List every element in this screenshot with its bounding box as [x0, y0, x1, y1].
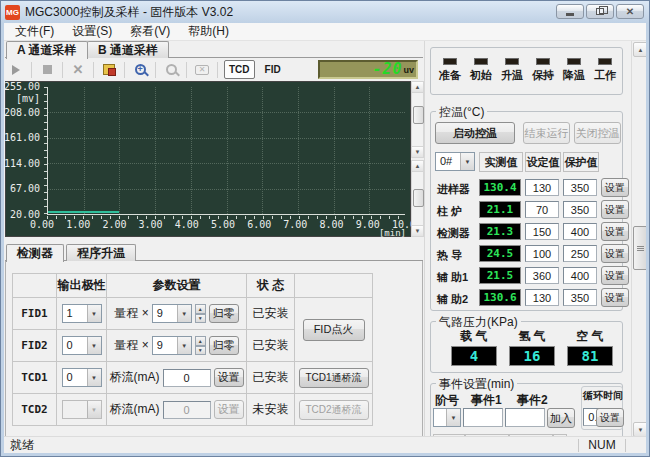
fid1-range-combo[interactable]: 9▼: [152, 304, 192, 323]
menu-view[interactable]: 察看(V): [121, 22, 179, 41]
injector-set-input[interactable]: 130: [525, 179, 559, 196]
tcd-protect-input[interactable]: 250: [563, 245, 597, 262]
add-event-button[interactable]: 加入: [547, 408, 575, 428]
scroll-thumb[interactable]: [413, 106, 424, 124]
tcd-toggle-button[interactable]: TCD: [224, 60, 255, 79]
detector-protect-input[interactable]: 400: [563, 223, 597, 240]
row-label-tcd1: TCD1: [21, 371, 48, 384]
panel-scrollbar[interactable]: ▲ ▼: [631, 41, 646, 436]
spin-down-icon: ▼: [195, 314, 206, 324]
injector-set-button[interactable]: 设置: [601, 178, 629, 197]
auto-zero-button[interactable]: [100, 61, 118, 79]
fid2-range-spinner[interactable]: ▲▼: [195, 336, 206, 355]
event1-input[interactable]: [463, 408, 503, 427]
status-led-group: 准备 初始 升温 保持 降温 工作: [430, 47, 623, 95]
zoom-in-button[interactable]: +: [131, 61, 149, 79]
menu-help[interactable]: 帮助(H): [179, 22, 238, 41]
detector-set-input[interactable]: 150: [525, 223, 559, 240]
aux1-protect-input[interactable]: 400: [563, 267, 597, 284]
tcd-set-button[interactable]: 设置: [601, 244, 629, 263]
fid1-range-spinner[interactable]: ▲▼: [195, 304, 206, 323]
scroll-up-icon[interactable]: ▲: [412, 82, 423, 93]
fid-ignite-button[interactable]: FID点火: [303, 319, 365, 341]
injector-protect-input[interactable]: 350: [563, 179, 597, 196]
chevron-down-icon: ▼: [460, 153, 474, 170]
stage-combo[interactable]: ▼: [433, 408, 461, 427]
scroll-up-icon[interactable]: ▲: [633, 42, 646, 57]
aux2-actual-led: 130.6: [479, 289, 521, 306]
fid2-polarity-combo[interactable]: 0▼: [62, 336, 102, 355]
row-label-fid2: FID2: [21, 339, 48, 352]
event-settings-group: 事件设置(min) 阶号 事件1 事件2 ▼ 加入 循环时间 0.0 设置: [430, 383, 623, 436]
menu-file[interactable]: 文件(F): [6, 22, 63, 41]
scroll-up-icon[interactable]: ▲: [412, 161, 423, 172]
temp-row-aux2: 辅 助2 130.6 130 350 设置: [431, 288, 624, 310]
aux1-set-button[interactable]: 设置: [601, 266, 629, 285]
aux2-protect-input[interactable]: 350: [563, 289, 597, 306]
col-polarity: 输出极性: [57, 274, 107, 298]
cycle-set-button[interactable]: 设置: [596, 408, 624, 427]
col-protect: 保护值: [563, 152, 599, 172]
spin-up-icon: ▲: [195, 336, 206, 346]
temp-group-label: 控温(°C): [436, 104, 487, 121]
num-lock-indicator: NUM: [579, 438, 625, 452]
oven-protect-input[interactable]: 350: [563, 201, 597, 218]
led-cooling-icon: [567, 58, 581, 65]
event2-input[interactable]: [505, 408, 545, 427]
aux2-set-input[interactable]: 130: [525, 289, 559, 306]
status-message: 就绪: [4, 437, 578, 454]
tcd-set-input[interactable]: 100: [525, 245, 559, 262]
detector-actual-led: 21.3: [479, 223, 521, 240]
stop-acquisition-button[interactable]: [38, 61, 56, 79]
scroll-down-icon[interactable]: ▼: [412, 225, 423, 236]
fid-toggle-button[interactable]: FID: [265, 64, 281, 75]
scroll-down-icon[interactable]: ▼: [633, 422, 646, 436]
delete-button[interactable]: ✕: [69, 61, 87, 79]
led-hold-icon: [536, 58, 550, 65]
spin-up-icon: ▲: [195, 304, 206, 314]
minimize-button[interactable]: [556, 4, 584, 19]
oven-set-input[interactable]: 70: [525, 201, 559, 218]
menu-settings[interactable]: 设置(S): [63, 22, 121, 41]
zoom-out-icon: [166, 64, 177, 75]
tcd1-bridge-input[interactable]: 0: [163, 369, 211, 387]
close-button[interactable]: ✕: [616, 4, 644, 19]
led-ready-icon: [443, 58, 457, 65]
fid1-polarity-combo[interactable]: 1▼: [62, 304, 102, 323]
tab-detector[interactable]: 检测器: [6, 244, 64, 262]
detector-table: 输出极性 参数设置 状 态 FID1 1▼ 量程 × 9▼: [12, 273, 373, 426]
detector-set-button[interactable]: 设置: [601, 222, 629, 241]
chart-scrollbar-lower[interactable]: ▲ ▼: [411, 160, 424, 237]
restore-button[interactable]: [586, 4, 614, 19]
scroll-thumb[interactable]: [633, 226, 646, 270]
tcd1-polarity-combo[interactable]: 0▼: [62, 368, 102, 387]
hydrogen-led: 16: [509, 346, 555, 366]
tab-channel-a[interactable]: A 通道采样: [6, 41, 88, 59]
full-scale-button[interactable]: ✕: [193, 61, 211, 79]
fid2-zero-button[interactable]: 归零: [209, 336, 239, 355]
aux1-set-input[interactable]: 360: [525, 267, 559, 284]
zoom-out-button[interactable]: [162, 61, 180, 79]
aux2-set-button[interactable]: 设置: [601, 288, 629, 307]
chevron-down-icon: ▼: [177, 337, 191, 354]
start-temp-button[interactable]: 启动控温: [435, 122, 515, 144]
led-ready-label: 准备: [435, 68, 465, 83]
scroll-down-icon[interactable]: ▼: [412, 146, 423, 157]
full-scale-icon: ✕: [195, 65, 209, 75]
detector-tabstrip: 检测器 程序升温: [5, 244, 423, 261]
oven-channel-combo[interactable]: 0#▼: [435, 152, 475, 171]
close-icon: ✕: [626, 7, 634, 17]
chart-scrollbar-upper[interactable]: ▲ ▼: [411, 81, 424, 158]
start-acquisition-button[interactable]: [7, 61, 25, 79]
col-setpoint: 设定值: [525, 152, 561, 172]
tab-temp-program[interactable]: 程序升温: [66, 244, 136, 261]
oven-set-button[interactable]: 设置: [601, 200, 629, 219]
fid2-range-combo[interactable]: 9▼: [152, 336, 192, 355]
tab-channel-b[interactable]: B 通道采样: [87, 41, 169, 58]
temp-row-detector: 检测器 21.3 150 400 设置: [431, 222, 624, 244]
y-axis-unit: [mv]: [6, 93, 43, 104]
fid1-zero-button[interactable]: 归零: [209, 304, 239, 323]
scroll-thumb[interactable]: [413, 189, 424, 207]
tcd1-bridge-button[interactable]: TCD1通桥流: [299, 368, 369, 388]
tcd1-set-button[interactable]: 设置: [214, 368, 244, 387]
